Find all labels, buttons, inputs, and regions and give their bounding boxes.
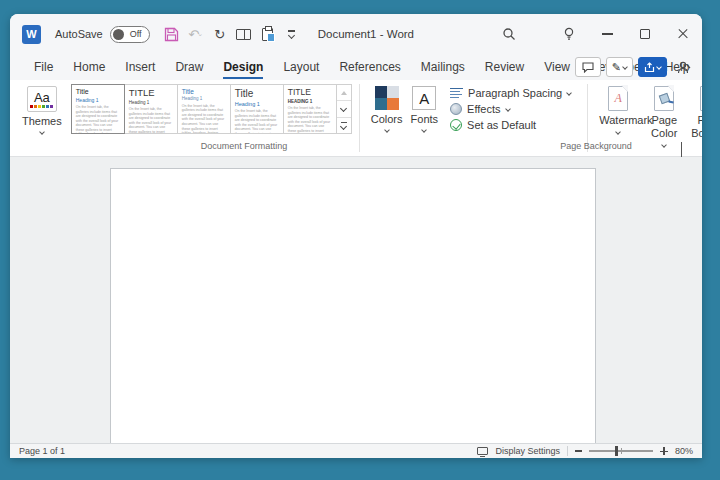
undo-dropdown-icon: ⌄ [197,30,203,38]
page-indicator[interactable]: Page 1 of 1 [19,446,65,456]
paste-icon [262,28,273,41]
watermark-label: Watermark [599,114,637,127]
style-set-gallery: Title Heading 1 On the Insert tab, the g… [72,84,352,134]
ribbon-tab-row: File Home Insert Draw Design Layout Refe… [10,54,702,80]
tab-layout[interactable]: Layout [273,54,329,80]
maximize-button[interactable] [626,14,664,54]
document-area [10,157,702,443]
tab-home[interactable]: Home [63,54,115,80]
zoom-center-tick [621,448,622,454]
tab-draw[interactable]: Draw [165,54,213,80]
document-title: Document1 - Word [318,28,414,40]
tell-me-lightbulb-button[interactable] [550,14,588,54]
colors-icon [375,86,399,110]
checkmark-icon [450,119,462,131]
tab-mailings[interactable]: Mailings [411,54,475,80]
customize-qat-button[interactable] [282,23,302,45]
gallery-scroll-controls [336,84,352,134]
people-presence-button[interactable] [672,57,696,77]
style-set-card[interactable]: Title Heading 1 On the Insert tab, the g… [230,84,284,134]
gallery-scroll-up-button[interactable] [337,85,351,101]
zoom-slider-thumb[interactable] [615,446,619,456]
gallery-more-icon [341,122,347,129]
chevron-down-icon [39,129,45,135]
ribbon: Aa Themes Title Heading 1 On the Insert … [10,80,702,157]
document-formatting-group-label: Document Formatting [18,141,470,151]
word-logo-icon: W [22,25,41,44]
display-settings-icon [477,447,488,455]
share-button[interactable] [638,57,667,77]
window-controls [550,14,702,54]
paste-button[interactable] [258,23,278,45]
status-bar: Page 1 of 1 Display Settings 80% [10,443,702,458]
formatting-stack: Paragraph Spacing Effects Set as Default [450,84,571,131]
tab-review[interactable]: Review [475,54,534,80]
page-borders-label: Page Borders [691,114,702,140]
tab-insert[interactable]: Insert [115,54,165,80]
page-borders-button[interactable]: Page Borders [687,84,702,149]
chevron-down-icon [505,106,511,112]
scroll-up-icon [341,91,347,95]
page-color-label: Page Color [645,114,683,140]
style-set-card[interactable]: TITLE Heading 1 On the Insert tab, the g… [124,84,178,134]
read-mode-button[interactable] [234,23,254,45]
display-settings-label[interactable]: Display Settings [495,446,560,456]
save-button[interactable] [162,23,182,45]
toggle-knob-icon [113,29,124,40]
set-as-default-button[interactable]: Set as Default [450,119,571,131]
save-icon [164,27,179,42]
minimize-button[interactable] [588,14,626,54]
comments-button[interactable] [575,57,601,77]
page-color-button[interactable]: Page Color [641,84,687,149]
paragraph-spacing-label: Paragraph Spacing [468,87,562,99]
autosave-toggle[interactable]: Off [110,26,150,43]
maximize-icon [640,29,650,39]
tab-view[interactable]: View [534,54,580,80]
pen-icon: ✎ [612,61,621,74]
themes-icon: Aa [27,86,57,112]
undo-button[interactable]: ↶ ⌄ [186,23,206,45]
zoom-percent[interactable]: 80% [675,446,693,456]
status-separator [567,446,568,456]
style-set-card[interactable]: TITLE HEADING 1 On the Insert tab, the g… [283,84,337,134]
close-button[interactable] [664,14,702,54]
effects-icon [450,103,462,115]
watermark-button[interactable]: A Watermark [595,84,641,149]
page-background-group: A Watermark Page Color Page Bor [595,84,702,149]
tab-file[interactable]: File [24,54,63,80]
lightbulb-icon [563,27,575,41]
paragraph-spacing-button[interactable]: Paragraph Spacing [450,87,571,99]
collapse-ribbon-button[interactable] [681,143,693,155]
style-set-card[interactable]: Title Heading 1 On the Insert tab, the g… [71,84,125,134]
tab-design[interactable]: Design [213,54,273,80]
effects-label: Effects [467,103,500,115]
quick-access-toolbar: ↶ ⌄ ↻ [162,23,302,45]
chevron-down-icon [566,90,572,96]
redo-button[interactable]: ↻ [210,23,230,45]
gallery-scroll-down-button[interactable] [337,101,351,117]
effects-button[interactable]: Effects [450,103,571,115]
set-as-default-label: Set as Default [467,119,536,131]
redo-icon: ↻ [214,27,225,42]
zoom-in-button[interactable] [660,447,668,455]
editing-mode-button[interactable]: ✎ [606,57,633,77]
zoom-out-button[interactable] [575,450,582,451]
zoom-slider[interactable] [589,450,653,451]
colors-button[interactable]: Colors [367,84,407,134]
chevron-down-icon [615,129,621,135]
chevron-down-icon [421,127,427,133]
page-borders-icon [700,86,702,111]
gallery-more-button[interactable] [337,118,351,133]
word-window: W AutoSave Off ↶ ⌄ ↻ [10,14,702,458]
chevron-down-icon [622,64,628,70]
fonts-label: Fonts [411,113,439,125]
themes-button[interactable]: Aa Themes [18,84,66,136]
style-set-card[interactable]: Title Heading 1 On the Insert tab, the g… [177,84,231,134]
tab-references[interactable]: References [329,54,410,80]
scroll-down-icon [340,105,347,112]
document-page[interactable] [110,168,596,443]
fonts-button[interactable]: A Fonts [407,84,443,134]
search-icon[interactable] [502,27,516,45]
people-icon [677,61,691,74]
read-mode-icon [236,29,251,40]
